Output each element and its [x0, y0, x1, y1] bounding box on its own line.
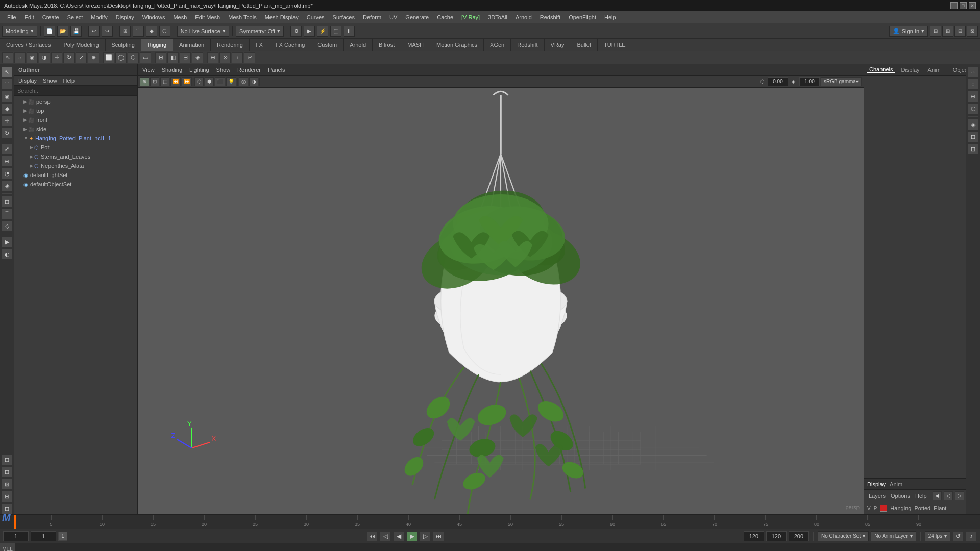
exposure-input[interactable]: 0.00 [768, 77, 788, 86]
shading-smooth[interactable]: ⬢ [205, 77, 214, 86]
go-to-end-button[interactable]: ⏭ [433, 531, 444, 541]
menu-vray[interactable]: [V-Ray] [457, 13, 484, 21]
tab-custom[interactable]: Custom [311, 39, 344, 51]
menu-curves[interactable]: Curves [303, 13, 329, 21]
close-button[interactable]: ✕ [969, 2, 976, 9]
step-back-button[interactable]: ◁ [380, 531, 391, 541]
frame-selected-button[interactable]: ⬚ [160, 77, 169, 86]
minimize-button[interactable]: — [950, 2, 958, 9]
vp-menu-view[interactable]: View [140, 67, 157, 73]
mel-input[interactable] [15, 543, 980, 551]
menu-3dtoall[interactable]: 3DToAll [484, 13, 511, 21]
snap-curve-tool[interactable]: ⌒ [2, 208, 13, 219]
tab-rendering[interactable]: Rendering [211, 39, 250, 51]
tab-anim[interactable]: Anim [926, 67, 943, 73]
right-tool-5[interactable]: ◈ [968, 119, 979, 130]
ipr-render-button[interactable]: ⚡ [317, 26, 328, 37]
tab-bullet[interactable]: Bullet [571, 39, 598, 51]
add-layer-button[interactable]: ◀ [933, 491, 942, 500]
menu-mesh[interactable]: Mesh [169, 13, 191, 21]
layers-menu-help[interactable]: Help [914, 493, 928, 499]
tree-item-nepenthes[interactable]: ▶ ⬡ Nepenthes_Alata [14, 161, 137, 170]
menu-generate[interactable]: Generate [401, 13, 433, 21]
shelf-bridge[interactable]: ⊟ [180, 52, 191, 63]
snap-grid-button[interactable]: ⊞ [119, 26, 131, 37]
prev-layer-button[interactable]: ◁ [944, 491, 953, 500]
shelf-multi-cut[interactable]: ✂ [244, 52, 255, 63]
tab-anim-layers[interactable]: Anim [890, 481, 902, 487]
menu-edit-mesh[interactable]: Edit Mesh [191, 13, 224, 21]
layout-btn-3[interactable]: ⊟ [954, 26, 966, 37]
tab-channels[interactable]: Channels [867, 66, 895, 73]
right-tool-3[interactable]: ⊕ [968, 91, 979, 102]
shelf-move[interactable]: ✛ [51, 52, 62, 63]
frame-all-button[interactable]: ⊡ [150, 77, 159, 86]
layers-menu-layers[interactable]: Layers [867, 493, 887, 499]
tab-rigging[interactable]: Rigging [141, 39, 173, 51]
new-file-button[interactable]: 📄 [44, 26, 55, 37]
outliner-menu-display[interactable]: Display [16, 78, 39, 84]
right-tool-2[interactable]: ↕ [968, 79, 979, 90]
tree-item-default-obj-set[interactable]: ◉ defaultObjectSet [14, 180, 137, 189]
shading-wireframe[interactable]: ⬡ [194, 77, 204, 86]
shelf-soft-select[interactable]: ◑ [39, 52, 50, 63]
audio-button[interactable]: ♪ [966, 531, 977, 541]
shelf-select[interactable]: ↖ [2, 52, 13, 63]
tab-bifrost[interactable]: Bifrost [373, 39, 401, 51]
layer-p-checkbox[interactable]: P [874, 506, 877, 511]
tree-item-top[interactable]: ▶ 🎥 top [14, 106, 137, 115]
move-tool[interactable]: ✛ [2, 115, 13, 127]
go-to-start-button[interactable]: ⏮ [366, 531, 378, 541]
tab-sculpting[interactable]: Sculpting [106, 39, 141, 51]
view-controls-3[interactable]: ⊠ [2, 479, 13, 490]
menu-modify[interactable]: Modify [87, 13, 111, 21]
outliner-menu-help[interactable]: Help [61, 78, 77, 84]
right-tool-6[interactable]: ⊟ [968, 131, 979, 142]
loop-button[interactable]: ↺ [952, 531, 964, 541]
pause-render-button[interactable]: ⏸ [344, 26, 355, 37]
playback-end-field[interactable]: 120 [744, 531, 764, 541]
viewport-canvas[interactable]: X Y Z persp [138, 88, 864, 514]
undo-button[interactable]: ↩ [88, 26, 100, 37]
symmetry-dropdown[interactable]: Symmetry: Off ▾ [236, 26, 284, 37]
rotate-tool[interactable]: ↻ [2, 128, 13, 139]
vp-menu-panels[interactable]: Panels [265, 67, 288, 73]
no-character-set-dropdown[interactable]: No Character Set ▾ [818, 531, 869, 541]
view-controls-1[interactable]: ⊟ [2, 454, 13, 465]
menu-arnold[interactable]: Arnold [511, 13, 536, 21]
tab-animation[interactable]: Animation [173, 39, 211, 51]
shelf-transform[interactable]: ⊕ [88, 52, 99, 63]
render-tool[interactable]: ▶ [2, 236, 13, 247]
tree-item-persp[interactable]: ▶ 🎥 persp [14, 97, 137, 106]
range-max-field[interactable]: 200 [789, 531, 809, 541]
menu-cache[interactable]: Cache [433, 13, 457, 21]
tree-item-default-light-set[interactable]: ◉ defaultLightSet [14, 170, 137, 180]
tab-poly-modeling[interactable]: Poly Modeling [57, 39, 105, 51]
menu-display[interactable]: Display [112, 13, 138, 21]
layers-menu-options[interactable]: Options [889, 493, 912, 499]
show-manip-tool[interactable]: ◈ [2, 180, 13, 191]
shelf-paint-select[interactable]: ◉ [27, 52, 38, 63]
lasso-tool[interactable]: ⌒ [2, 79, 13, 90]
right-tool-4[interactable]: ⬡ [968, 103, 979, 114]
menu-deform[interactable]: Deform [359, 13, 385, 21]
shelf-scale[interactable]: ⤢ [76, 52, 87, 63]
no-anim-layer-dropdown[interactable]: No Anim Layer ▾ [871, 531, 916, 541]
scale-tool[interactable]: ⤢ [2, 143, 13, 155]
tab-display[interactable]: Display [899, 67, 921, 73]
tab-fx[interactable]: FX [250, 39, 270, 51]
save-file-button[interactable]: 💾 [70, 26, 82, 37]
menu-mesh-tools[interactable]: Mesh Tools [224, 13, 260, 21]
menu-redshift[interactable]: Redshift [536, 13, 565, 21]
paint-select-tool[interactable]: ◉ [2, 91, 13, 102]
tree-item-hanging-plant[interactable]: ▼ ✦ Hanging_Potted_Plant_ncl1_1 [14, 134, 137, 143]
open-file-button[interactable]: 📂 [57, 26, 68, 37]
snap-curve-button[interactable]: ⌒ [133, 26, 144, 37]
frame-prev-button[interactable]: ⏪ [170, 77, 181, 86]
paint-effects-tool[interactable]: ◐ [2, 248, 13, 260]
shelf-rotate[interactable]: ↻ [63, 52, 75, 63]
tab-redshift[interactable]: Redshift [511, 39, 544, 51]
maximize-button[interactable]: □ [960, 2, 967, 9]
tab-display-layers[interactable]: Display [867, 481, 886, 487]
tree-item-stems[interactable]: ▶ ⬡ Stems_and_Leaves [14, 152, 137, 161]
